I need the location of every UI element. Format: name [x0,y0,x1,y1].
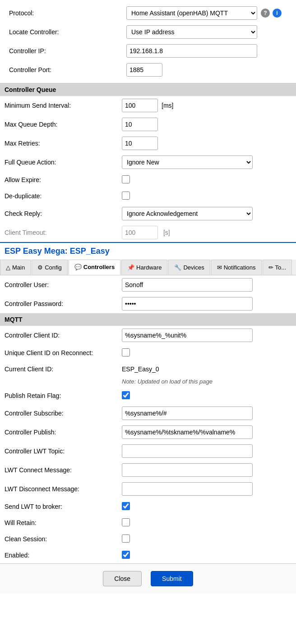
tab-main-label: Main [12,264,25,271]
will-retain-checkbox[interactable] [122,518,130,526]
tab-controllers-label: Controllers [83,264,115,270]
tab-main[interactable]: △ Main [0,260,31,275]
tab-config[interactable]: ⚙ Config [32,260,68,275]
enabled-checkbox[interactable] [122,551,130,559]
min-send-interval-input[interactable] [122,99,158,112]
config-tab-icon: ⚙ [37,264,43,271]
controller-port-label: Controller Port: [9,66,126,73]
allow-expire-checkbox[interactable] [122,175,130,183]
bottom-buttons: Close Submit [0,563,296,594]
full-queue-action-label: Full Queue Action: [5,159,122,166]
controller-client-id-input[interactable] [122,329,253,342]
full-queue-action-select[interactable]: Ignore New Ignore Acknowledgement [122,155,253,169]
tools-tab-icon: ✏ [268,264,273,271]
protocol-select[interactable]: Home Assistant (openHAB) MQTT [126,6,257,20]
max-queue-depth-label: Max Queue Depth: [5,121,122,128]
locate-controller-select[interactable]: Use IP address [126,25,257,39]
client-timeout-input[interactable] [122,226,158,239]
title-bar: ESP Easy Mega: ESP_Easy [0,242,296,260]
check-reply-select[interactable]: Ignore Acknowledgement Ignore New [122,207,253,220]
de-duplicate-label: De-duplicate: [5,192,122,200]
max-queue-depth-input[interactable] [122,118,158,131]
tab-notifications-label: Notifications [224,264,256,271]
tab-config-label: Config [45,264,62,271]
check-reply-label: Check Reply: [5,210,122,217]
allow-expire-label: Allow Expire: [5,176,122,183]
controller-queue-header: Controller Queue [0,83,296,96]
notifications-tab-icon: ✉ [217,264,222,271]
controller-password-label: Controller Password: [5,300,122,307]
controller-ip-input[interactable] [126,44,257,58]
page-title: ESP Easy Mega: ESP_Easy [5,247,110,256]
publish-retain-flag-label: Publish Retain Flag: [5,392,122,399]
tab-hardware-label: Hardware [136,264,162,271]
min-send-interval-label: Minimum Send Interval: [5,102,122,109]
tab-bar: △ Main ⚙ Config 💬 Controllers 📌 Hardware… [0,260,296,275]
tab-devices-label: Devices [183,264,204,271]
lwt-disconnect-message-label: LWT Disconnect Message: [5,485,122,493]
tab-tools-label: To... [275,264,287,271]
client-timeout-label: Client Timeout: [5,229,122,236]
submit-button[interactable]: Submit [151,571,193,586]
hardware-tab-icon: 📌 [127,264,134,271]
lwt-disconnect-message-input[interactable] [122,482,253,496]
tab-controllers[interactable]: 💬 Controllers [69,260,120,275]
unique-client-id-checkbox[interactable] [122,348,130,356]
clean-session-label: Clean Session: [5,535,122,543]
devices-tab-icon: 🔧 [174,264,181,271]
max-retries-label: Max Retries: [5,140,122,147]
lwt-connect-message-label: LWT Connect Message: [5,466,122,474]
tab-tools[interactable]: ✏ To... [263,260,292,275]
controller-user-input[interactable] [122,278,253,292]
main-tab-icon: △ [6,264,10,271]
controller-publish-label: Controller Publish: [5,429,122,436]
send-lwt-to-broker-checkbox[interactable] [122,502,130,510]
controller-publish-input[interactable] [122,425,253,439]
locate-controller-label: Locate Controller: [9,28,126,36]
controller-subscribe-input[interactable] [122,406,253,420]
controllers-tab-icon: 💬 [74,264,82,270]
de-duplicate-checkbox[interactable] [122,192,130,200]
controller-subscribe-label: Controller Subscribe: [5,410,122,417]
will-retain-label: Will Retain: [5,519,122,526]
controller-client-id-label: Controller Client ID: [5,332,122,339]
current-client-id-label: Current Client ID: [5,365,122,373]
close-button[interactable]: Close [103,571,142,586]
controller-port-input[interactable] [126,63,162,77]
controller-password-input[interactable] [122,297,253,311]
publish-retain-flag-checkbox[interactable] [122,391,130,399]
max-retries-input[interactable] [122,137,158,150]
lwt-connect-message-input[interactable] [122,463,253,477]
enabled-label: Enabled: [5,552,122,559]
help-icon[interactable]: ? [261,9,270,18]
controller-lwt-topic-label: Controller LWT Topic: [5,448,122,455]
tab-devices[interactable]: 🔧 Devices [168,260,210,275]
min-send-interval-unit: [ms] [162,102,173,109]
protocol-label: Protocol: [9,9,126,17]
controller-ip-label: Controller IP: [9,47,126,55]
note-text: Note: Updated on load of this page [0,377,296,388]
controller-lwt-topic-input[interactable] [122,444,253,458]
mqtt-header: MQTT [0,313,296,326]
unique-client-id-label: Unique Client ID on Reconnect: [5,349,122,356]
controller-user-label: Controller User: [5,281,122,288]
tab-hardware[interactable]: 📌 Hardware [121,260,167,275]
current-client-id-value: ESP_Easy_0 [122,365,159,373]
tab-notifications[interactable]: ✉ Notifications [211,260,262,275]
send-lwt-to-broker-label: Send LWT to broker: [5,503,122,510]
clean-session-checkbox[interactable] [122,534,130,543]
info-icon[interactable]: i [273,9,282,18]
